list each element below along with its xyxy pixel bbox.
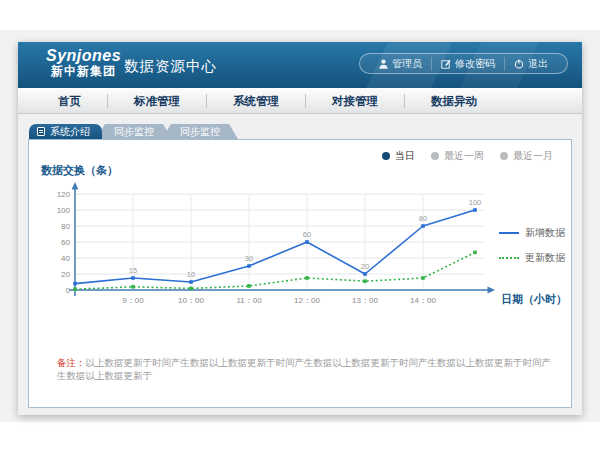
y-tick-label: 60 [61,238,70,247]
legend-label: 更新数据 [525,251,565,265]
nav-item-home[interactable]: 首页 [32,94,107,108]
x-tick-label: 12：00 [294,296,320,305]
legend-item-updated-data[interactable]: 更新数据 [499,251,565,265]
time-range-filter: 当日 最近一周 最近一月 [382,149,553,163]
change-password-button[interactable]: 修改密码 [431,57,504,71]
footnote: 备注：以上数据更新于时间产生数据以上数据更新于时间产生数据以上数据更新于时间产生… [57,356,555,383]
x-tick-label: 9：00 [122,296,144,305]
tab-bar: 系统介绍 同步监控 同步监控 [29,124,238,139]
document-icon [37,127,45,136]
logout-button[interactable]: 退出 [504,57,557,71]
company-logo: Synjones 新中新集团 [46,47,121,78]
radio-label: 最近一月 [513,149,553,163]
data-point-label: 20 [361,262,369,271]
radio-unselected-icon [500,152,508,160]
tab-label: 同步监控 [114,126,154,137]
chart-data-point [421,224,425,228]
radio-today[interactable]: 当日 [382,149,415,163]
chart-data-point [189,287,193,291]
x-tick-label: 14：00 [410,296,436,305]
power-icon [514,59,524,69]
radio-selected-icon [382,152,390,160]
nav-item-docking-mgmt[interactable]: 对接管理 [305,94,404,108]
user-toolbar: 管理员 修改密码 退出 [359,53,568,74]
user-icon [379,59,388,69]
logo-company-name: 新中新集团 [46,65,121,78]
chart-container: 0204060801001209：0010：0011：0012：0013：001… [33,180,503,339]
nav-item-data-change[interactable]: 数据异动 [404,94,503,108]
radio-label: 当日 [395,149,415,163]
edit-icon [441,59,451,69]
x-tick-label: 13：00 [352,296,378,305]
main-nav: 首页 标准管理 系统管理 对接管理 数据异动 [18,88,582,114]
data-point-label: 10 [187,270,195,279]
radio-unselected-icon [431,152,439,160]
chart-data-point [247,284,251,288]
page-title: 数据资源中心 [124,57,217,76]
logout-label: 退出 [528,57,548,71]
chart-data-point [473,208,477,212]
app-header: Synjones 新中新集团 数据资源中心 管理员 修改密 [18,42,582,88]
logo-brand-text: Synjones [46,47,121,65]
footnote-text: 以上数据更新于时间产生数据以上数据更新于时间产生数据以上数据更新于时间产生数据以… [57,357,551,381]
y-tick-label: 100 [57,206,71,215]
nav-item-system-mgmt[interactable]: 系统管理 [206,94,305,108]
chart-data-point [73,287,77,291]
solid-line-swatch [499,232,519,234]
nav-item-standard-mgmt[interactable]: 标准管理 [107,94,206,108]
dotted-line-swatch [499,257,519,259]
line-chart: 0204060801001209：0010：0011：0012：0013：001… [33,180,503,335]
x-axis-title: 日期（小时） [501,292,567,307]
chart-data-point [73,282,77,286]
app-window: Synjones 新中新集团 数据资源中心 管理员 修改密 [18,42,582,415]
change-password-label: 修改密码 [455,57,495,71]
legend-label: 新增数据 [525,226,565,240]
chart-legend: 新增数据 更新数据 [499,226,565,265]
data-point-label: 30 [245,254,253,263]
content-area: 系统介绍 同步监控 同步监控 当日 最近一周 [18,114,582,415]
chart-data-point [363,272,367,276]
tab-system-intro[interactable]: 系统介绍 [29,124,102,139]
x-tick-label: 11：00 [236,296,262,305]
data-point-label: 60 [303,230,311,239]
chart-panel: 当日 最近一周 最近一月 数据交换（条） 0204060801001209：00… [28,139,572,408]
x-tick-label: 10：00 [178,296,204,305]
chart-data-point [473,251,477,255]
x-axis-arrow-icon [488,287,496,294]
data-point-label: 80 [419,214,427,223]
y-axis-title: 数据交换（条） [41,163,118,178]
y-tick-label: 120 [57,190,71,199]
chart-data-point [305,276,309,280]
y-tick-label: 20 [61,270,70,279]
y-tick-label: 40 [61,254,70,263]
footnote-label: 备注： [57,357,86,368]
chart-data-point [305,240,309,244]
tab-sync-monitor-2[interactable]: 同步监控 [162,124,238,139]
chart-data-point [421,276,425,280]
chart-data-point [363,279,367,283]
chart-data-point [189,280,193,284]
chart-data-point [131,276,135,280]
radio-last-week[interactable]: 最近一周 [431,149,484,163]
chart-data-point [247,264,251,268]
data-point-label: 100 [469,198,482,207]
current-user-label: 管理员 [392,57,422,71]
tab-label: 系统介绍 [50,124,90,139]
radio-last-month[interactable]: 最近一月 [500,149,553,163]
legend-item-new-data[interactable]: 新增数据 [499,226,565,240]
current-user-button[interactable]: 管理员 [370,57,431,71]
page: Synjones 新中新集团 数据资源中心 管理员 修改密 [0,0,600,450]
tab-label: 同步监控 [180,126,220,137]
chart-data-point [131,285,135,289]
y-tick-label: 80 [61,222,70,231]
tab-sync-monitor-1[interactable]: 同步监控 [96,124,172,139]
y-tick-label: 0 [66,286,71,295]
radio-label: 最近一周 [444,149,484,163]
data-point-label: 15 [129,266,137,275]
y-axis-arrow-icon [72,182,79,190]
